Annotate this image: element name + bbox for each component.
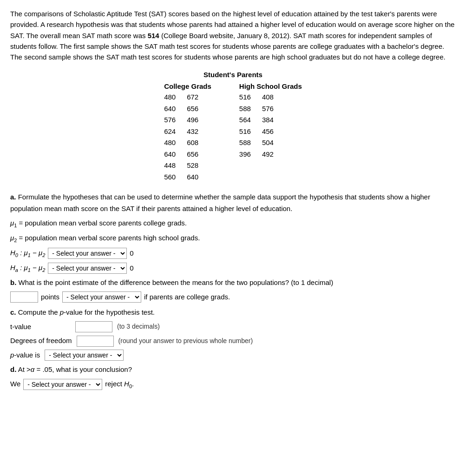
pvalue-label: p-value is	[10, 350, 40, 361]
table-cell: 448	[164, 160, 176, 171]
table-cell: 492	[262, 149, 274, 160]
bold-514: 514	[148, 32, 159, 40]
h0-zero: 0	[130, 248, 133, 259]
part-a-text: a. Formulate the hypotheses that can be …	[10, 192, 456, 215]
data-tables: College Grads 480640576624480640448560 6…	[164, 82, 302, 182]
table-cell: 408	[262, 92, 274, 103]
ha-zero: 0	[130, 263, 133, 274]
table-cell: 656	[187, 104, 198, 114]
tvalue-line: t-value (to 3 decimals)	[10, 321, 456, 333]
pvalue-line: p-value is - Select your answer - betwee…	[10, 350, 456, 361]
part-c-text: c. Compute the p-value for the hypothesi…	[10, 307, 456, 318]
tvalue-label: t-value	[10, 321, 71, 333]
h0-select[interactable]: - Select your answer - ≤ ≥ = < > ≠	[48, 248, 127, 259]
table-cell: 640	[164, 104, 176, 114]
table-cell: 480	[164, 92, 176, 103]
table-cell: 656	[187, 149, 198, 160]
table-cell: 608	[187, 138, 198, 148]
part-b-select[interactable]: - Select your answer - higher lower	[62, 291, 141, 303]
part-a-label: a.	[10, 193, 16, 201]
table-cell: 516	[239, 92, 251, 103]
point-estimate-input[interactable]	[10, 291, 38, 303]
table-cell: 456	[262, 126, 274, 137]
table-cell: 480	[164, 138, 176, 148]
tvalue-annotation: (to 3 decimals)	[117, 321, 160, 332]
h0-line: H0 : μ1 − μ2 - Select your answer - ≤ ≥ …	[10, 247, 456, 259]
table-cell: 672	[187, 92, 198, 103]
part-b-label: b.	[10, 278, 16, 286]
table-cell: 588	[239, 138, 251, 148]
college-grads-col1: 480640576624480640448560	[164, 92, 176, 182]
ha-line: Ha : μ1 − μ2 - Select your answer - ≤ ≥ …	[10, 262, 456, 274]
table-cell: 624	[164, 126, 176, 137]
high-school-grads-rows: 516588564516588396 408576384456504492	[239, 92, 302, 159]
df-line: Degrees of freedom (round your answer to…	[10, 335, 456, 347]
table-cell: 528	[187, 160, 198, 171]
ha-label: Ha : μ1 − μ2	[10, 262, 45, 274]
college-grads-table: College Grads 480640576624480640448560 6…	[164, 82, 211, 182]
table-cell: 560	[164, 172, 176, 183]
high-school-grads-table: High School Grads 516588564516588396 408…	[239, 82, 302, 182]
reject-text: reject H0.	[105, 378, 134, 390]
table-cell: 496	[187, 115, 198, 126]
table-cell: 588	[239, 104, 251, 114]
table-cell: 576	[262, 104, 274, 114]
part-d-label: d.	[10, 365, 16, 373]
part-b-text: b. What is the point estimate of the dif…	[10, 277, 456, 289]
high-school-grads-col1: 516588564516588396	[239, 92, 251, 159]
part-b-answer-line: points - Select your answer - higher low…	[10, 291, 456, 303]
table-title: Student's Parents	[203, 71, 263, 79]
table-cell: 396	[239, 149, 251, 160]
table-cell: 564	[239, 115, 251, 126]
df-input[interactable]	[77, 336, 114, 347]
questions-section: a. Formulate the hypotheses that can be …	[10, 192, 456, 390]
h0-label: H0 : μ1 − μ2	[10, 247, 45, 259]
table-cell: 576	[164, 115, 176, 126]
tvalue-input[interactable]	[75, 321, 112, 332]
table-cell: 384	[262, 115, 274, 126]
df-label: Degrees of freedom	[10, 335, 72, 347]
points-label: points	[41, 291, 59, 303]
table-cell: 504	[262, 138, 274, 148]
table-cell: 516	[239, 126, 251, 137]
table-cell: 640	[164, 149, 176, 160]
high-school-grads-col2: 408576384456504492	[262, 92, 274, 159]
conclusion-line: We - Select your answer - do not reject …	[10, 378, 456, 390]
part-b-after-select: if parents are college grads.	[144, 291, 230, 303]
ha-select[interactable]: - Select your answer - ≤ ≥ = < > ≠	[48, 263, 127, 274]
high-school-grads-header: High School Grads	[239, 82, 302, 90]
mu2-def: μ2 = population mean verbal score parent…	[10, 232, 456, 245]
part-d-text: d. At >α = .05, what is your conclusion?	[10, 364, 456, 376]
college-grads-header: College Grads	[164, 82, 211, 90]
pvalue-select[interactable]: - Select your answer - between .005 and …	[45, 350, 124, 361]
df-annotation: (round your answer to previous whole num…	[118, 336, 253, 346]
data-table-section: Student's Parents College Grads 48064057…	[10, 71, 456, 182]
college-grads-col2: 672656496432608656528640	[187, 92, 198, 182]
we-prefix: We	[10, 378, 20, 390]
part-c-label: c.	[10, 308, 16, 316]
intro-paragraph: The comparisons of Scholastic Aptitude T…	[10, 8, 456, 62]
college-grads-rows: 480640576624480640448560 672656496432608…	[164, 92, 211, 182]
conclusion-select[interactable]: - Select your answer - do not	[23, 379, 102, 390]
table-cell: 640	[187, 172, 198, 183]
mu1-def: μ1 = population mean verbal score parent…	[10, 218, 456, 230]
table-cell: 432	[187, 126, 198, 137]
